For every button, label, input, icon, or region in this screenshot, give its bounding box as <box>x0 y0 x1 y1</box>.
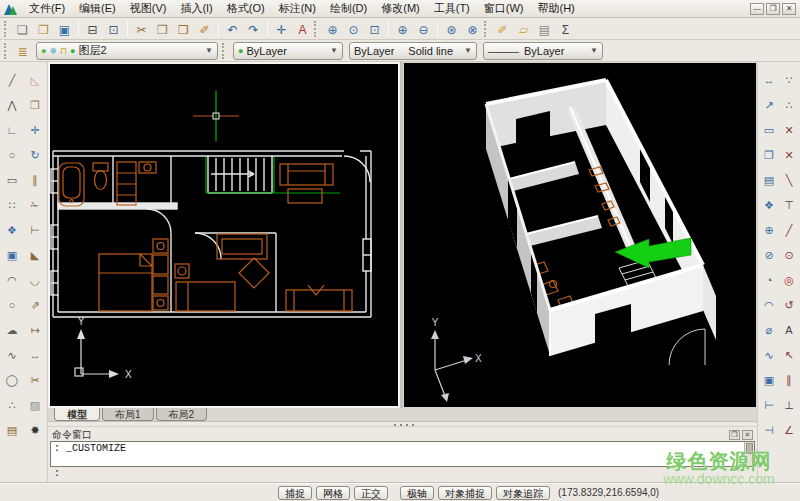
gradient-icon[interactable]: ▤ <box>1 418 24 443</box>
quick-text-icon[interactable]: A <box>292 20 313 38</box>
tangent-icon[interactable]: ⊤ <box>779 193 799 218</box>
zoom-out-icon[interactable]: ⊖ <box>413 20 434 38</box>
zoom-window-icon[interactable]: ⊡ <box>364 20 385 38</box>
dim-linear-icon[interactable]: ↔ <box>759 68 779 93</box>
color-dropdown[interactable]: ● ByLayer ▼ <box>233 42 343 60</box>
menu-tools[interactable]: 工具(T) <box>427 0 477 17</box>
time-icon[interactable]: ◔ <box>759 268 779 293</box>
ellipse-icon[interactable]: ◯ <box>1 368 24 393</box>
explode-icon[interactable]: ✸ <box>24 418 47 443</box>
script-icon[interactable]: Σ <box>555 20 576 38</box>
undo-icon[interactable]: ↶ <box>222 20 243 38</box>
lineweight-dropdown[interactable]: ——— ByLayer ▼ <box>483 42 603 60</box>
break-icon[interactable]: ✂ <box>24 368 47 393</box>
sheet-set-icon[interactable]: ▤ <box>759 168 779 193</box>
point-icon[interactable]: ∴ <box>1 393 24 418</box>
tab-model[interactable]: 模型 <box>54 408 100 421</box>
layer-manager-icon[interactable]: ≣ <box>12 42 33 60</box>
paste-icon[interactable]: ❒ <box>173 20 194 38</box>
match-properties-icon[interactable]: ✐ <box>194 20 215 38</box>
edge-line-icon[interactable]: ╲ <box>779 168 799 193</box>
scale-icon[interactable]: ⇗ <box>24 293 47 318</box>
arc-icon[interactable]: ◠ <box>1 268 24 293</box>
scrollbar-thumb[interactable] <box>746 443 753 454</box>
zoom-realtime-icon[interactable]: ⊕ <box>322 20 343 38</box>
segment-icon[interactable]: ╱ <box>779 218 799 243</box>
tab-layout1[interactable]: 布局1 <box>102 408 154 421</box>
block-create-icon[interactable]: ❖ <box>1 218 24 243</box>
move-icon[interactable]: ✛ <box>24 118 47 143</box>
block-insert-icon[interactable]: ▣ <box>1 243 24 268</box>
grid-toggle[interactable]: 网格 <box>316 486 350 500</box>
tab-layout2[interactable]: 布局2 <box>156 408 208 421</box>
perpendicular-icon[interactable]: ⊥ <box>779 393 799 418</box>
polyline-icon[interactable]: ∟ <box>1 118 24 143</box>
osnap-toggle[interactable]: 对象捕捉 <box>438 486 492 500</box>
ortho-toggle[interactable]: 正交 <box>354 486 388 500</box>
dim-radius-icon[interactable]: ⌀ <box>759 318 779 343</box>
cmd-float-button[interactable]: ❐ <box>729 430 740 440</box>
layer-dropdown[interactable]: ●❄⊓● 图层2 ▼ <box>36 42 218 60</box>
menu-help[interactable]: 帮助(H) <box>531 0 582 17</box>
render-icon[interactable]: ❖ <box>759 193 779 218</box>
viewport-3d-model[interactable]: Y X <box>403 62 757 408</box>
rectangle-icon[interactable]: ▭ <box>1 168 24 193</box>
zoom-extents-icon[interactable]: ⊛ <box>441 20 462 38</box>
pan-icon[interactable]: ✛ <box>271 20 292 38</box>
copy-object-icon[interactable]: ❐ <box>24 93 47 118</box>
fillet-icon[interactable]: ◡ <box>24 268 47 293</box>
dim-aligned-icon[interactable]: ↗ <box>759 93 779 118</box>
menu-window[interactable]: 窗口(W) <box>477 0 531 17</box>
open-file-icon[interactable]: ❐ <box>33 20 54 38</box>
list-icon[interactable]: ▤ <box>534 20 555 38</box>
snap-toggle[interactable]: 捕捉 <box>278 486 312 500</box>
break-at-point-icon[interactable]: ✕ <box>779 118 799 143</box>
rotate-ccw-icon[interactable]: ↺ <box>779 293 799 318</box>
distance-icon[interactable]: ✐ <box>492 20 513 38</box>
menu-format[interactable]: 格式(O) <box>220 0 272 17</box>
menu-modify[interactable]: 修改(M) <box>374 0 427 17</box>
camera-icon[interactable]: ▣ <box>759 368 779 393</box>
menu-dimension[interactable]: 标注(N) <box>272 0 323 17</box>
cut-icon[interactable]: ✂ <box>131 20 152 38</box>
plot-off-icon[interactable]: ⊘ <box>759 243 779 268</box>
command-history[interactable]: : _CUSTOMIZE <box>50 441 755 467</box>
text-frame-icon[interactable]: A <box>779 318 799 343</box>
parallel-icon[interactable]: ∥ <box>779 368 799 393</box>
zoom-previous-icon[interactable]: ⊙ <box>343 20 364 38</box>
target-icon[interactable]: ◎ <box>779 268 799 293</box>
dim-baseline-icon[interactable]: ⊢ <box>759 393 779 418</box>
break2-icon[interactable]: ✕ <box>779 143 799 168</box>
restore-button[interactable]: ❐ <box>766 3 780 15</box>
dim-angular-icon[interactable]: ◠ <box>759 293 779 318</box>
polygon-icon[interactable]: ○ <box>1 143 24 168</box>
polar-toggle[interactable]: 极轴 <box>400 486 434 500</box>
zoom-center-icon[interactable]: ⊕ <box>759 218 779 243</box>
array-icon[interactable]: ∷ <box>1 193 24 218</box>
extend-icon[interactable]: ⊢ <box>24 218 47 243</box>
cmd-close-button[interactable]: ✕ <box>742 430 753 440</box>
trim-icon[interactable]: ✁ <box>24 193 47 218</box>
menu-edit[interactable]: 编辑(E) <box>72 0 123 17</box>
print-icon[interactable]: ⊟ <box>82 20 103 38</box>
rotate-icon[interactable]: ↻ <box>24 143 47 168</box>
menu-draw[interactable]: 绘制(D) <box>323 0 374 17</box>
chamfer-icon[interactable]: ◣ <box>24 243 47 268</box>
viewports-icon[interactable]: ▭ <box>759 118 779 143</box>
menu-insert[interactable]: 插入(I) <box>173 0 219 17</box>
close-button[interactable]: ✕ <box>782 3 796 15</box>
command-prompt[interactable]: : <box>50 467 755 480</box>
area-icon[interactable]: ▱ <box>513 20 534 38</box>
zoom-all-icon[interactable]: ⊗ <box>462 20 483 38</box>
save-icon[interactable]: ▣ <box>54 20 75 38</box>
center-mark-icon[interactable]: ⊙ <box>779 243 799 268</box>
copy-icon[interactable]: ❐ <box>152 20 173 38</box>
dim-continue-icon[interactable]: ⊣ <box>759 418 779 443</box>
hatch-icon[interactable]: ▨ <box>24 393 47 418</box>
print-preview-icon[interactable]: ⊡ <box>103 20 124 38</box>
spline-icon[interactable]: ∿ <box>1 343 24 368</box>
new-file-icon[interactable]: ❏ <box>12 20 33 38</box>
equal-points-icon[interactable]: ∴ <box>779 93 799 118</box>
zoom-in-icon[interactable]: ⊕ <box>392 20 413 38</box>
menu-file[interactable]: 文件(F) <box>22 0 72 17</box>
